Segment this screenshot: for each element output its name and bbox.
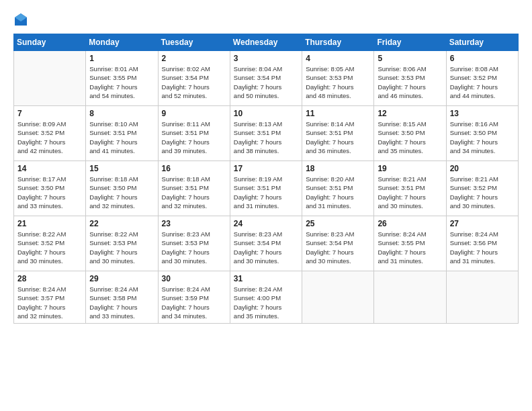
day-info: Sunrise: 8:23 AMSunset: 3:53 PMDaylight:…	[162, 230, 226, 265]
day-info: Sunrise: 8:22 AMSunset: 3:52 PMDaylight:…	[17, 230, 82, 265]
column-header-monday: Monday	[86, 34, 158, 51]
day-number: 11	[306, 109, 370, 118]
calendar-week-row: 21Sunrise: 8:22 AMSunset: 3:52 PMDayligh…	[14, 216, 519, 271]
day-number: 28	[17, 274, 82, 283]
calendar-cell: 17Sunrise: 8:19 AMSunset: 3:51 PMDayligh…	[230, 161, 302, 216]
day-number: 10	[234, 109, 298, 118]
day-number: 25	[306, 219, 370, 228]
column-header-wednesday: Wednesday	[230, 34, 302, 51]
calendar-cell: 29Sunrise: 8:24 AMSunset: 3:58 PMDayligh…	[86, 271, 158, 324]
calendar-cell: 5Sunrise: 8:06 AMSunset: 3:53 PMDaylight…	[374, 51, 446, 106]
day-info: Sunrise: 8:24 AMSunset: 3:56 PMDaylight:…	[450, 230, 515, 265]
day-info: Sunrise: 8:19 AMSunset: 3:51 PMDaylight:…	[234, 175, 298, 210]
calendar-cell: 14Sunrise: 8:17 AMSunset: 3:50 PMDayligh…	[14, 161, 86, 216]
calendar-cell: 19Sunrise: 8:21 AMSunset: 3:51 PMDayligh…	[374, 161, 446, 216]
calendar-cell: 10Sunrise: 8:13 AMSunset: 3:51 PMDayligh…	[230, 106, 302, 161]
day-number: 9	[162, 109, 226, 118]
day-info: Sunrise: 8:23 AMSunset: 3:54 PMDaylight:…	[306, 230, 370, 265]
column-header-sunday: Sunday	[14, 34, 86, 51]
day-number: 1	[89, 54, 154, 63]
calendar-week-row: 7Sunrise: 8:09 AMSunset: 3:52 PMDaylight…	[14, 106, 519, 161]
day-number: 14	[17, 164, 82, 173]
day-number: 8	[89, 109, 154, 118]
day-number: 6	[450, 54, 515, 63]
day-info: Sunrise: 8:22 AMSunset: 3:53 PMDaylight:…	[89, 230, 154, 265]
day-info: Sunrise: 8:21 AMSunset: 3:51 PMDaylight:…	[378, 175, 442, 210]
day-number: 3	[234, 54, 298, 63]
column-header-tuesday: Tuesday	[158, 34, 230, 51]
day-info: Sunrise: 8:16 AMSunset: 3:50 PMDaylight:…	[450, 120, 515, 155]
day-info: Sunrise: 8:02 AMSunset: 3:54 PMDaylight:…	[162, 64, 226, 100]
day-number: 22	[89, 219, 154, 228]
day-info: Sunrise: 8:17 AMSunset: 3:50 PMDaylight:…	[17, 175, 82, 210]
day-number: 29	[89, 274, 154, 283]
day-info: Sunrise: 8:15 AMSunset: 3:50 PMDaylight:…	[378, 120, 442, 155]
calendar-cell: 4Sunrise: 8:05 AMSunset: 3:53 PMDaylight…	[302, 51, 374, 106]
day-number: 12	[378, 109, 442, 118]
day-info: Sunrise: 8:14 AMSunset: 3:51 PMDaylight:…	[306, 120, 370, 155]
day-number: 16	[162, 164, 226, 173]
calendar-cell	[446, 271, 518, 324]
day-number: 23	[162, 219, 226, 228]
day-info: Sunrise: 8:04 AMSunset: 3:54 PMDaylight:…	[234, 64, 298, 100]
calendar-cell: 21Sunrise: 8:22 AMSunset: 3:52 PMDayligh…	[14, 216, 86, 271]
day-info: Sunrise: 8:24 AMSunset: 4:00 PMDaylight:…	[234, 285, 298, 320]
page: SundayMondayTuesdayWednesdayThursdayFrid…	[0, 0, 532, 411]
day-info: Sunrise: 8:21 AMSunset: 3:52 PMDaylight:…	[450, 175, 515, 210]
column-header-saturday: Saturday	[446, 34, 518, 51]
calendar-cell: 15Sunrise: 8:18 AMSunset: 3:50 PMDayligh…	[86, 161, 158, 216]
logo	[13, 12, 31, 27]
day-info: Sunrise: 8:01 AMSunset: 3:55 PMDaylight:…	[89, 64, 154, 100]
day-info: Sunrise: 8:23 AMSunset: 3:54 PMDaylight:…	[234, 230, 298, 265]
day-info: Sunrise: 8:18 AMSunset: 3:50 PMDaylight:…	[89, 175, 154, 210]
calendar-week-row: 28Sunrise: 8:24 AMSunset: 3:57 PMDayligh…	[14, 271, 519, 324]
day-info: Sunrise: 8:13 AMSunset: 3:51 PMDaylight:…	[234, 120, 298, 155]
day-number: 30	[162, 274, 226, 283]
calendar-cell: 18Sunrise: 8:20 AMSunset: 3:51 PMDayligh…	[302, 161, 374, 216]
calendar-cell: 25Sunrise: 8:23 AMSunset: 3:54 PMDayligh…	[302, 216, 374, 271]
day-number: 19	[378, 164, 442, 173]
day-number: 20	[450, 164, 515, 173]
calendar-cell: 6Sunrise: 8:08 AMSunset: 3:52 PMDaylight…	[446, 51, 518, 106]
calendar-cell: 2Sunrise: 8:02 AMSunset: 3:54 PMDaylight…	[158, 51, 230, 106]
svg-rect-2	[19, 21, 23, 26]
calendar-cell: 8Sunrise: 8:10 AMSunset: 3:51 PMDaylight…	[86, 106, 158, 161]
calendar-cell: 9Sunrise: 8:11 AMSunset: 3:51 PMDaylight…	[158, 106, 230, 161]
calendar-cell: 7Sunrise: 8:09 AMSunset: 3:52 PMDaylight…	[14, 106, 86, 161]
calendar-cell: 22Sunrise: 8:22 AMSunset: 3:53 PMDayligh…	[86, 216, 158, 271]
calendar-cell	[374, 271, 446, 324]
day-number: 27	[450, 219, 515, 228]
calendar-week-row: 14Sunrise: 8:17 AMSunset: 3:50 PMDayligh…	[14, 161, 519, 216]
day-info: Sunrise: 8:06 AMSunset: 3:53 PMDaylight:…	[378, 64, 442, 100]
day-info: Sunrise: 8:09 AMSunset: 3:52 PMDaylight:…	[17, 120, 82, 155]
calendar-cell: 31Sunrise: 8:24 AMSunset: 4:00 PMDayligh…	[230, 271, 302, 324]
day-number: 15	[89, 164, 154, 173]
calendar-cell: 27Sunrise: 8:24 AMSunset: 3:56 PMDayligh…	[446, 216, 518, 271]
calendar-cell: 3Sunrise: 8:04 AMSunset: 3:54 PMDaylight…	[230, 51, 302, 106]
calendar-cell: 20Sunrise: 8:21 AMSunset: 3:52 PMDayligh…	[446, 161, 518, 216]
day-info: Sunrise: 8:24 AMSunset: 3:58 PMDaylight:…	[89, 285, 154, 320]
calendar-cell: 1Sunrise: 8:01 AMSunset: 3:55 PMDaylight…	[86, 51, 158, 106]
day-info: Sunrise: 8:08 AMSunset: 3:52 PMDaylight:…	[450, 64, 515, 100]
day-number: 21	[17, 219, 82, 228]
calendar-cell: 13Sunrise: 8:16 AMSunset: 3:50 PMDayligh…	[446, 106, 518, 161]
day-number: 26	[378, 219, 442, 228]
day-number: 31	[234, 274, 298, 283]
day-number: 4	[306, 54, 370, 63]
calendar-cell	[14, 51, 86, 106]
day-number: 2	[162, 54, 226, 63]
column-header-thursday: Thursday	[302, 34, 374, 51]
day-info: Sunrise: 8:05 AMSunset: 3:53 PMDaylight:…	[306, 64, 370, 100]
calendar-week-row: 1Sunrise: 8:01 AMSunset: 3:55 PMDaylight…	[14, 51, 519, 106]
day-number: 7	[17, 109, 82, 118]
day-number: 13	[450, 109, 515, 118]
calendar-cell: 24Sunrise: 8:23 AMSunset: 3:54 PMDayligh…	[230, 216, 302, 271]
calendar-cell: 26Sunrise: 8:24 AMSunset: 3:55 PMDayligh…	[374, 216, 446, 271]
day-info: Sunrise: 8:20 AMSunset: 3:51 PMDaylight:…	[306, 175, 370, 210]
day-info: Sunrise: 8:24 AMSunset: 3:55 PMDaylight:…	[378, 230, 442, 265]
calendar-cell: 12Sunrise: 8:15 AMSunset: 3:50 PMDayligh…	[374, 106, 446, 161]
calendar-cell: 23Sunrise: 8:23 AMSunset: 3:53 PMDayligh…	[158, 216, 230, 271]
day-info: Sunrise: 8:24 AMSunset: 3:57 PMDaylight:…	[17, 285, 82, 320]
day-info: Sunrise: 8:24 AMSunset: 3:59 PMDaylight:…	[162, 285, 226, 320]
calendar-cell: 30Sunrise: 8:24 AMSunset: 3:59 PMDayligh…	[158, 271, 230, 324]
